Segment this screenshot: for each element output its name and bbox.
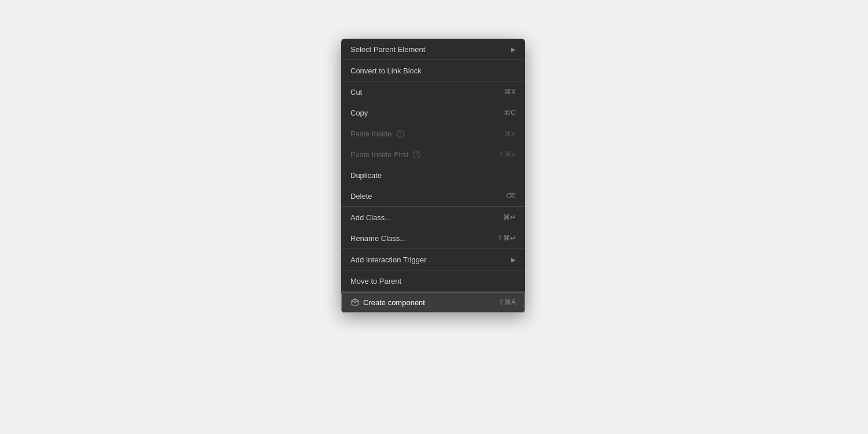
copy-label: Copy (350, 109, 368, 117)
delete-item[interactable]: Delete ⌫ (341, 186, 525, 206)
menu-section-create: Create component ⇧⌘A (341, 292, 525, 313)
create-component-shortcut: ⇧⌘A (498, 298, 516, 306)
cut-label: Cut (350, 88, 362, 97)
menu-section-class: Add Class... ⌘↵ Rename Class... ⇧⌘↵ (341, 207, 525, 249)
convert-to-link-block-item[interactable]: Convert to Link Block (341, 60, 525, 81)
rename-class-label: Rename Class... (350, 234, 406, 243)
paste-inside-item[interactable]: Paste Inside ? ⌘V (341, 123, 525, 144)
interaction-submenu-arrow-icon: ▶ (511, 257, 516, 263)
create-component-left: Create component (350, 298, 425, 307)
select-parent-element-label: Select Parent Element (350, 45, 425, 54)
add-interaction-trigger-item[interactable]: Add Interaction Trigger ▶ (341, 249, 525, 270)
delete-label: Delete (350, 192, 372, 201)
paste-inside-first-info-icon: ? (413, 151, 420, 158)
add-class-item[interactable]: Add Class... ⌘↵ (341, 207, 525, 228)
paste-inside-shortcut: ⌘V (504, 129, 516, 138)
paste-inside-info-icon: ? (397, 130, 404, 138)
delete-shortcut: ⌫ (506, 192, 516, 200)
cut-shortcut: ⌘X (504, 88, 516, 96)
paste-inside-label: Paste Inside (350, 129, 392, 138)
rename-class-item[interactable]: Rename Class... ⇧⌘↵ (341, 228, 525, 248)
create-component-label: Create component (363, 298, 425, 307)
paste-inside-first-label: Paste Inside First (350, 150, 408, 159)
menu-section-interaction: Add Interaction Trigger ▶ (341, 249, 525, 270)
paste-inside-first-left: Paste Inside First ? (350, 150, 420, 159)
convert-to-link-block-label: Convert to Link Block (350, 66, 422, 75)
move-to-parent-label: Move to Parent (350, 277, 401, 285)
menu-section-clipboard: Cut ⌘X Copy ⌘C Paste Inside ? ⌘V Paste I… (341, 81, 525, 207)
component-cube-icon (350, 298, 360, 307)
duplicate-item[interactable]: Duplicate (341, 165, 525, 186)
paste-inside-first-shortcut: ⇧⌘V (498, 150, 516, 158)
paste-inside-first-item[interactable]: Paste Inside First ? ⇧⌘V (341, 144, 525, 165)
copy-shortcut: ⌘C (504, 109, 516, 117)
duplicate-label: Duplicate (350, 171, 382, 180)
copy-item[interactable]: Copy ⌘C (341, 102, 525, 123)
select-parent-element-item[interactable]: Select Parent Element ▶ (341, 39, 525, 60)
add-class-shortcut: ⌘↵ (503, 213, 516, 221)
context-menu: Select Parent Element ▶ Convert to Link … (341, 39, 525, 313)
submenu-arrow-icon: ▶ (511, 46, 516, 53)
paste-inside-left: Paste Inside ? (350, 129, 404, 138)
add-interaction-trigger-label: Add Interaction Trigger (350, 255, 427, 264)
menu-section-parent: Select Parent Element ▶ (341, 39, 525, 60)
create-component-item[interactable]: Create component ⇧⌘A (341, 292, 525, 313)
add-class-label: Add Class... (350, 213, 391, 222)
menu-section-convert: Convert to Link Block (341, 60, 525, 81)
cut-item[interactable]: Cut ⌘X (341, 81, 525, 102)
rename-class-shortcut: ⇧⌘↵ (497, 234, 516, 242)
menu-section-move: Move to Parent (341, 270, 525, 292)
move-to-parent-item[interactable]: Move to Parent (341, 270, 525, 291)
